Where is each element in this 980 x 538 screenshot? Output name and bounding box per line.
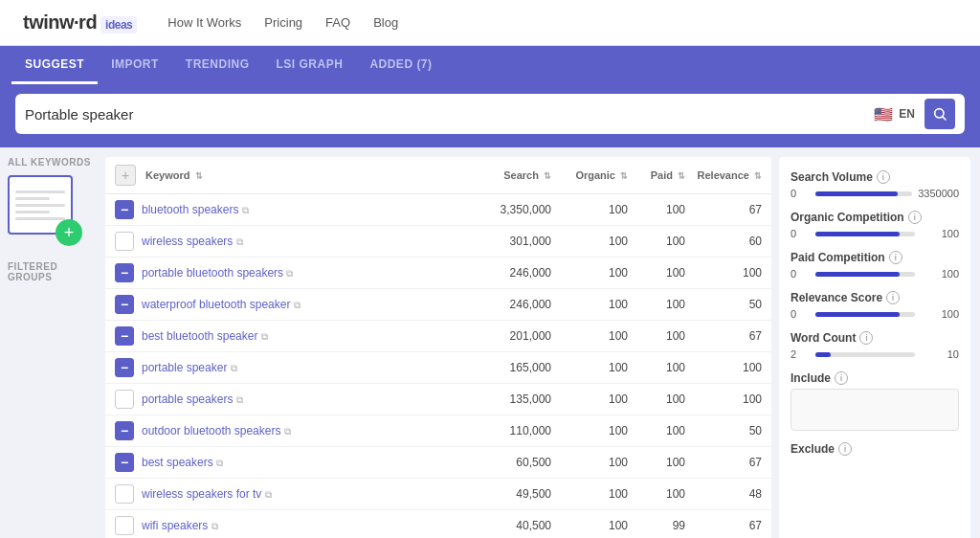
tab-suggest[interactable]: SUGGEST — [11, 46, 98, 84]
cell-organic: 100 — [551, 456, 628, 469]
cell-relevance: 50 — [685, 424, 762, 437]
include-input-area[interactable] — [791, 389, 959, 431]
cell-search: 60,500 — [465, 456, 551, 469]
cell-paid: 100 — [628, 392, 685, 406]
flag-icon: 🇺🇸 — [874, 105, 893, 123]
word-count-max: 10 — [921, 348, 959, 360]
keyword-link[interactable]: wireless speakers for tv ⧉ — [142, 487, 465, 501]
relevance-range: 0 100 — [791, 308, 959, 320]
col-header-organic[interactable]: Organic ⇅ — [551, 169, 628, 181]
paid-slider[interactable] — [815, 272, 915, 277]
cell-organic: 100 — [551, 235, 628, 248]
paid-min: 0 — [791, 268, 810, 280]
keyword-link[interactable]: best speakers ⧉ — [142, 456, 465, 469]
logo: twinw·rdideas — [23, 11, 137, 34]
relevance-info-icon[interactable]: i — [886, 291, 900, 304]
cell-organic: 100 — [551, 203, 628, 216]
cell-paid: 100 — [628, 361, 685, 374]
lang-selector[interactable]: EN — [899, 107, 915, 121]
cell-search: 246,000 — [465, 266, 551, 280]
remove-keyword-button[interactable]: − — [115, 358, 134, 377]
exclude-filter: Exclude i — [791, 442, 959, 456]
cell-organic: 100 — [551, 487, 628, 501]
word-count-filter: Word Count i 2 10 — [791, 331, 959, 360]
col-header-paid[interactable]: Paid ⇅ — [628, 169, 685, 181]
nav-item-pricing[interactable]: Pricing — [264, 15, 302, 30]
organic-competition-label: Organic Competition i — [791, 211, 959, 224]
remove-keyword-button[interactable]: − — [115, 421, 134, 440]
cell-organic: 100 — [551, 424, 628, 437]
card-line — [15, 191, 65, 193]
table-row: −portable speaker ⧉165,000100100100 — [105, 352, 771, 384]
add-keyword-button[interactable] — [115, 232, 134, 251]
word-count-info-icon[interactable]: i — [859, 331, 873, 345]
search-volume-range: 0 3350000 — [791, 188, 959, 199]
cell-paid: 100 — [628, 266, 685, 280]
keyword-link[interactable]: portable speaker ⧉ — [142, 361, 465, 374]
nav-item-how-it-works[interactable]: How It Works — [167, 15, 241, 30]
paid-range: 0 100 — [791, 268, 959, 280]
add-keyword-button[interactable] — [115, 390, 134, 409]
add-keywords-button[interactable]: + — [56, 219, 82, 246]
search-volume-slider[interactable] — [815, 191, 912, 196]
search-volume-label: Search Volume i — [791, 170, 959, 184]
keyword-link[interactable]: bluetooth speakers ⧉ — [142, 203, 465, 216]
col-header-search[interactable]: Search ⇅ — [465, 169, 551, 181]
filtered-groups-label: FILTERED GROUPS — [8, 261, 98, 282]
include-info-icon[interactable]: i — [835, 371, 848, 385]
search-volume-info-icon[interactable]: i — [877, 170, 890, 184]
word-count-min: 2 — [791, 348, 810, 360]
cell-organic: 100 — [551, 329, 628, 343]
tab-lsi-graph[interactable]: LSI GRAPH — [263, 46, 357, 84]
remove-keyword-button[interactable]: − — [115, 200, 134, 219]
paid-max: 100 — [921, 268, 959, 280]
remove-keyword-button[interactable]: − — [115, 453, 134, 472]
relevance-slider[interactable] — [815, 312, 915, 317]
tab-trending[interactable]: TRENDING — [172, 46, 263, 84]
keyword-link[interactable]: wireless speakers ⧉ — [142, 235, 465, 248]
add-keyword-button[interactable] — [115, 484, 134, 504]
nav-item-blog[interactable]: Blog — [373, 15, 398, 30]
tab-import[interactable]: IMPORT — [98, 46, 172, 84]
table-row: portable speakers ⧉135,000100100100 — [105, 384, 771, 415]
word-count-slider[interactable] — [815, 352, 915, 357]
search-button[interactable] — [924, 99, 955, 129]
cell-search: 301,000 — [465, 235, 551, 248]
header: twinw·rdideas How It WorksPricingFAQBlog — [0, 0, 980, 46]
keyword-link[interactable]: wifi speakers ⧉ — [142, 519, 465, 532]
keyword-link[interactable]: best bluetooth speaker ⧉ — [142, 329, 465, 343]
cell-organic: 100 — [551, 298, 628, 311]
paid-competition-label: Paid Competition i — [791, 251, 959, 264]
cell-relevance: 100 — [685, 266, 762, 280]
nav-item-faq[interactable]: FAQ — [325, 15, 350, 30]
search-volume-filter: Search Volume i 0 3350000 — [791, 170, 959, 199]
keyword-link[interactable]: waterproof bluetooth speaker ⧉ — [142, 298, 465, 311]
table-row: wireless speakers for tv ⧉49,50010010048 — [105, 479, 771, 510]
cell-paid: 100 — [628, 203, 685, 216]
remove-keyword-button[interactable]: − — [115, 326, 134, 346]
tab-added--7-[interactable]: ADDED (7) — [356, 46, 445, 84]
keyword-link[interactable]: portable speakers ⧉ — [142, 392, 465, 406]
exclude-info-icon[interactable]: i — [838, 442, 852, 456]
cell-relevance: 50 — [685, 298, 762, 311]
remove-keyword-button[interactable]: − — [115, 295, 134, 314]
remove-keyword-button[interactable]: − — [115, 263, 134, 282]
relevance-max: 100 — [921, 308, 959, 320]
table-row: −bluetooth speakers ⧉3,350,00010010067 — [105, 194, 771, 226]
add-column-button[interactable]: + — [115, 165, 136, 186]
table-body: −bluetooth speakers ⧉3,350,00010010067wi… — [105, 194, 771, 538]
organic-info-icon[interactable]: i — [908, 211, 922, 224]
col-header-relevance[interactable]: Relevance ⇅ — [685, 169, 762, 181]
cell-paid: 99 — [628, 519, 685, 532]
keyword-link[interactable]: outdoor bluetooth speakers ⧉ — [142, 424, 465, 437]
search-input[interactable] — [25, 106, 874, 123]
cell-organic: 100 — [551, 519, 628, 532]
relevance-min: 0 — [791, 308, 810, 320]
relevance-score-label: Relevance Score i — [791, 291, 959, 304]
keyword-link[interactable]: portable bluetooth speakers ⧉ — [142, 266, 465, 280]
add-keyword-button[interactable] — [115, 516, 134, 535]
paid-info-icon[interactable]: i — [889, 251, 902, 264]
table-row: −best bluetooth speaker ⧉201,00010010067 — [105, 321, 771, 352]
cell-relevance: 67 — [685, 519, 762, 532]
organic-slider[interactable] — [815, 232, 915, 236]
